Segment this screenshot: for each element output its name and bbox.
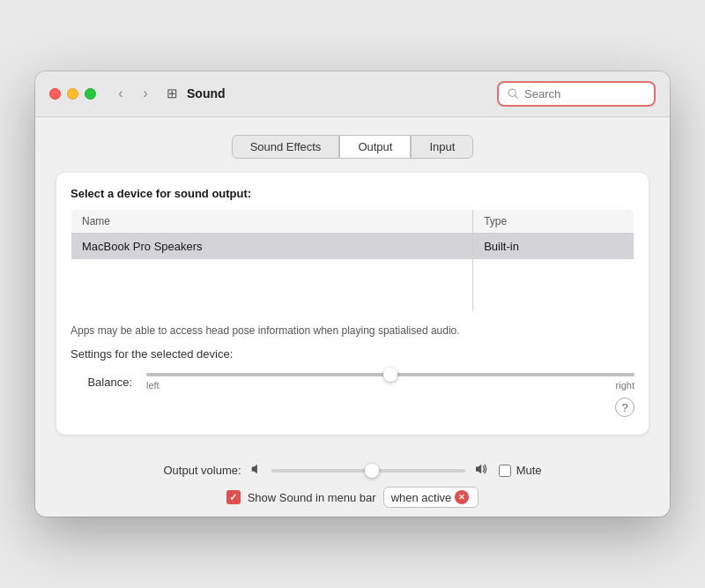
- settings-label: Settings for the selected device:: [70, 347, 634, 361]
- nav-buttons: ‹ ›: [110, 83, 156, 104]
- output-panel: Select a device for sound output: Name T…: [56, 173, 649, 435]
- show-sound-checkbox[interactable]: [226, 490, 241, 504]
- volume-thumb[interactable]: [365, 464, 379, 478]
- when-active-icon: [455, 490, 469, 504]
- volume-high-icon: [474, 463, 490, 478]
- balance-thumb[interactable]: [383, 368, 397, 382]
- balance-slider-container: left right: [146, 373, 634, 391]
- volume-low-icon: [250, 463, 263, 478]
- balance-label: Balance:: [70, 376, 132, 389]
- balance-track: [146, 373, 634, 376]
- forward-button[interactable]: ›: [135, 83, 156, 104]
- window-title: Sound: [187, 86, 226, 100]
- volume-label: Output volume:: [163, 464, 241, 477]
- balance-right-label: right: [616, 380, 634, 391]
- when-active-label: when active: [391, 491, 452, 504]
- grid-icon[interactable]: ⊞: [167, 86, 178, 101]
- titlebar: ‹ › ⊞ Sound: [35, 71, 670, 117]
- volume-slider-track: [271, 469, 465, 473]
- when-active-button[interactable]: when active: [383, 487, 479, 508]
- minimize-button[interactable]: [67, 88, 78, 100]
- balance-row: Balance: left right: [70, 373, 634, 391]
- volume-row: Output volume: Mute: [56, 463, 649, 478]
- tab-input[interactable]: Input: [411, 135, 473, 159]
- bottom-bar: Output volume: Mute Show Sound in menu b…: [35, 452, 670, 517]
- search-box[interactable]: [497, 81, 656, 107]
- main-window: ‹ › ⊞ Sound Sound Effects Output Input S…: [35, 71, 670, 517]
- tabs-bar: Sound Effects Output Input: [56, 135, 649, 159]
- device-name: MacBook Pro Speakers: [71, 233, 473, 259]
- search-input[interactable]: [524, 87, 645, 100]
- close-button[interactable]: [49, 88, 61, 100]
- svg-line-1: [516, 95, 518, 98]
- content-area: Sound Effects Output Input Select a devi…: [35, 117, 670, 453]
- balance-left-label: left: [146, 380, 160, 391]
- mute-label: Mute: [516, 464, 542, 477]
- tab-output[interactable]: Output: [339, 135, 411, 159]
- mute-row: Mute: [499, 464, 542, 477]
- device-table: Name Type MacBook Pro Speakers Built-in: [70, 209, 634, 313]
- device-type: Built-in: [473, 233, 634, 259]
- table-row-empty: [71, 259, 634, 312]
- help-button[interactable]: ?: [615, 398, 634, 417]
- menubar-text: Show Sound in menu bar: [248, 491, 376, 504]
- col-header-type: Type: [473, 209, 634, 233]
- mute-checkbox[interactable]: [499, 465, 511, 477]
- traffic-lights: [49, 88, 96, 100]
- table-row[interactable]: MacBook Pro Speakers Built-in: [71, 233, 634, 259]
- help-row: ?: [70, 398, 634, 417]
- col-header-name: Name: [71, 209, 473, 233]
- back-button[interactable]: ‹: [110, 83, 131, 104]
- info-text: Apps may be able to access head pose inf…: [70, 323, 634, 339]
- section-title: Select a device for sound output:: [70, 187, 634, 200]
- search-icon: [508, 88, 519, 100]
- maximize-button[interactable]: [85, 88, 96, 100]
- tab-sound-effects[interactable]: Sound Effects: [232, 135, 340, 159]
- menubar-row: Show Sound in menu bar when active: [226, 487, 479, 508]
